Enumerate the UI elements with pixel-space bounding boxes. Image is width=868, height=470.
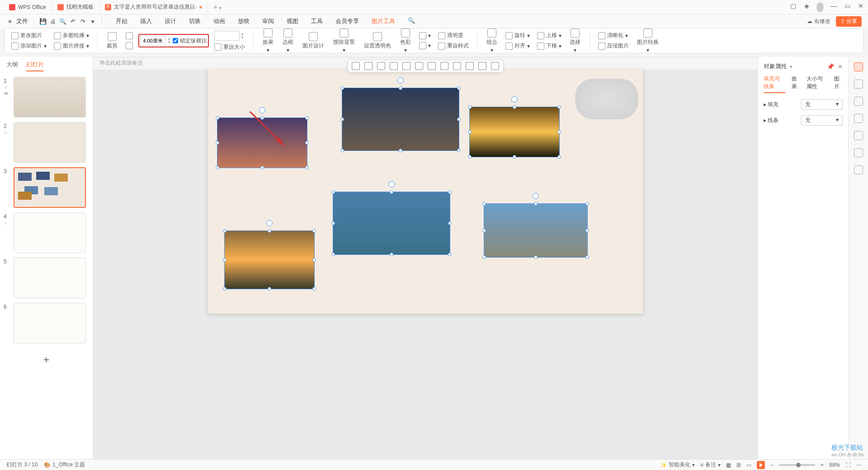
cube-icon[interactable]: ◈ [803, 2, 810, 12]
resize-handle[interactable] [312, 258, 316, 262]
aspect-11-button[interactable] [124, 31, 135, 40]
slide-thumb-3[interactable] [14, 167, 86, 208]
add-picture-button[interactable]: 添加图片 ▾ [9, 41, 48, 51]
resize-handle[interactable] [448, 221, 452, 225]
resize-handle[interactable] [457, 86, 461, 90]
rotate-handle-icon[interactable] [533, 193, 539, 199]
tab-view[interactable]: 视图 [286, 15, 299, 27]
tab-docer[interactable]: 找稻壳模板 [52, 1, 99, 13]
contrast-button[interactable]: ▾ [417, 41, 433, 50]
distribute-v-icon[interactable] [440, 62, 448, 70]
same-height-icon[interactable] [466, 62, 474, 70]
resize-handle[interactable] [482, 202, 486, 206]
width-input-row[interactable]: ▴▾ [212, 30, 247, 42]
resize-handle[interactable] [513, 105, 516, 109]
slide-thumb-2[interactable] [14, 122, 86, 163]
same-width-icon[interactable] [453, 62, 461, 70]
tab-animation[interactable]: 动画 [212, 15, 226, 27]
tab-document[interactable]: P 文字是人类用符号记录表达信息以· [99, 1, 208, 13]
resize-handle[interactable] [390, 253, 393, 256]
crop-button[interactable]: 裁剪 [104, 31, 120, 51]
zoom-out-icon[interactable]: − [770, 462, 774, 468]
align-right-icon[interactable] [377, 62, 385, 70]
distribute-h-icon[interactable] [428, 62, 436, 70]
align-center-h-icon[interactable] [364, 62, 373, 70]
resize-handle[interactable] [468, 155, 472, 159]
resize-handle[interactable] [557, 130, 561, 134]
file-menu[interactable]: 文件 [16, 17, 28, 25]
rotate-handle-icon[interactable] [511, 96, 518, 103]
remove-bg-button[interactable]: 抠除背景▾ [330, 28, 358, 54]
lock-ratio-checkbox[interactable]: 锁定纵横比 [173, 37, 207, 45]
multi-rotate-button[interactable]: 多图轮播 ▾ [52, 31, 91, 40]
sidebar-settings-icon[interactable] [854, 165, 863, 174]
panel-tab-slides[interactable]: 幻灯片 [26, 61, 44, 71]
prop-tab-pic[interactable]: 图片 [834, 75, 843, 93]
send-backward-button[interactable]: 下移▾ [535, 41, 563, 51]
resize-handle[interactable] [312, 229, 316, 233]
rotate-handle-icon[interactable] [397, 77, 404, 84]
rotate-handle-icon[interactable] [266, 220, 273, 226]
align-top-icon[interactable] [390, 62, 398, 70]
line-select[interactable]: 无▾ [801, 115, 843, 126]
tab-pictools[interactable]: 图片工具 [371, 15, 396, 27]
pin-icon[interactable]: 📌 [827, 63, 834, 70]
resize-handle[interactable] [534, 202, 538, 206]
resize-handle[interactable] [557, 105, 561, 109]
view-reading-icon[interactable]: ▭ [746, 462, 751, 468]
play-slideshow-button[interactable] [757, 461, 765, 469]
resize-handle[interactable] [312, 287, 316, 291]
width-input[interactable] [214, 31, 240, 41]
compress-pic-button[interactable]: 压缩图片 [596, 41, 631, 51]
height-input[interactable] [140, 36, 165, 46]
reset-size-button[interactable]: 重设大小 [212, 42, 247, 52]
selected-image-4[interactable] [333, 192, 450, 255]
sidebar-export-icon[interactable] [854, 131, 863, 140]
selected-image-1[interactable] [217, 118, 307, 168]
sidebar-pentagon-icon[interactable] [854, 80, 863, 89]
tab-start[interactable]: 开始 [115, 15, 128, 27]
prop-tab-size[interactable]: 大小与属性 [807, 75, 828, 93]
zoom-percent[interactable]: 98% [829, 462, 840, 468]
resize-handle[interactable] [468, 130, 472, 134]
resize-handle[interactable] [399, 149, 402, 152]
sidebar-layers-icon[interactable] [854, 97, 863, 106]
resize-handle[interactable] [448, 190, 452, 194]
resize-handle[interactable] [468, 105, 472, 109]
aspect-169-button[interactable] [124, 41, 135, 50]
fill-select[interactable]: 无▾ [801, 99, 843, 110]
resize-handle[interactable] [390, 190, 393, 194]
resize-handle[interactable] [585, 229, 589, 232]
window-maximize-icon[interactable]: ▭ [844, 2, 851, 12]
resize-handle[interactable] [216, 141, 219, 145]
rotate-handle-icon[interactable] [259, 107, 265, 113]
cloud-status[interactable]: ☁有修改 [807, 18, 830, 25]
view-normal-icon[interactable]: ▦ [726, 462, 731, 468]
resize-handle[interactable] [457, 118, 461, 121]
resize-handle[interactable] [340, 149, 344, 152]
redo-icon[interactable]: ↷ [79, 18, 86, 25]
resize-handle[interactable] [331, 221, 335, 225]
select-button[interactable]: 选择▾ [567, 28, 583, 54]
tab-tools[interactable]: 工具 [310, 15, 324, 27]
align-left-icon[interactable] [352, 62, 360, 70]
chevron-down-icon[interactable]: ▾ [790, 64, 792, 69]
tab-transition[interactable]: 切换 [188, 15, 202, 27]
sidebar-properties-icon[interactable] [854, 62, 863, 71]
tab-slideshow[interactable]: 放映 [237, 15, 250, 27]
resize-handle[interactable] [457, 149, 461, 152]
group-button[interactable]: 组合▾ [484, 28, 500, 54]
avatar[interactable] [816, 2, 824, 12]
resize-handle[interactable] [331, 253, 335, 256]
align-button[interactable]: 对齐▾ [504, 41, 532, 51]
resize-handle[interactable] [223, 287, 226, 291]
resize-handle[interactable] [216, 116, 219, 120]
ungroup-icon[interactable] [491, 62, 499, 70]
rotate-handle-icon[interactable] [388, 181, 395, 188]
group-icon[interactable] [478, 62, 486, 70]
resize-handle[interactable] [260, 166, 264, 169]
slide-thumb-6[interactable] [14, 303, 86, 343]
resize-handle[interactable] [585, 202, 589, 206]
resize-handle[interactable] [331, 190, 335, 194]
effects-button[interactable]: 效果▾ [260, 28, 276, 54]
